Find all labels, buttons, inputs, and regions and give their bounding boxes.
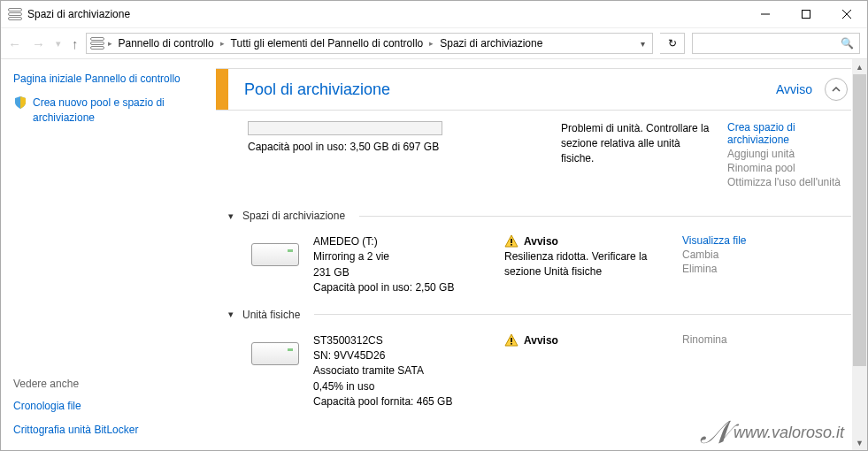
physical-drive-item: ST3500312CS SN: 9VV45D26 Associato trami… [216,326,851,417]
recent-dropdown[interactable]: ▾ [56,38,61,50]
scroll-thumb[interactable] [853,74,866,366]
warning-icon [504,234,518,248]
close-button[interactable] [826,1,867,27]
watermark: 𝒩www.valoroso.it [701,417,844,448]
action-change[interactable]: Cambia [682,248,780,261]
sidebar-link-filehistory[interactable]: Cronologia file [13,399,188,414]
sidebar-see-also: Vedere anche [13,378,188,390]
pool-usage-bar [248,121,442,135]
crumb-2[interactable]: Tutti gli elementi del Pannello di contr… [228,37,426,50]
action-rename-pool[interactable]: Rinomina pool [727,162,851,174]
status-stripe [216,69,228,110]
crumb-sep: ▸ [108,39,112,48]
space-size: 231 GB [313,265,490,280]
sidebar-link-create-pool[interactable]: Crea nuovo pool e spazio di archiviazion… [33,96,188,126]
crumb-1[interactable]: Pannello di controllo [116,37,217,50]
action-rename-drive[interactable]: Rinomina [682,333,780,346]
space-usage: Capacità pool in uso: 2,50 GB [313,280,490,295]
action-add-drive[interactable]: Aggiungi unità [727,148,851,160]
scroll-down[interactable]: ▼ [852,435,867,450]
drive-serial: SN: 9VV45D26 [313,348,490,363]
action-optimize[interactable]: Ottimizza l'uso dell'unità [727,176,851,188]
drive-status: Avviso [524,333,558,348]
vertical-scrollbar[interactable]: ▲ ▼ [852,59,867,450]
search-icon: 🔍 [841,37,854,50]
location-icon [90,37,104,50]
action-view-files[interactable]: Visualizza file [682,234,780,247]
pool-status: Avviso [776,82,825,96]
section-physical[interactable]: ▾ Unità fisiche [216,303,851,326]
maximize-button[interactable] [786,1,826,27]
svg-rect-5 [511,244,512,246]
shield-icon [13,96,27,110]
up-button[interactable]: ↑ [72,36,79,51]
drive-usage-pct: 0,45% in uso [313,379,490,394]
pool-title: Pool di archiviazione [228,80,776,99]
sidebar: Pagina iniziale Pannello di controllo Cr… [1,59,200,450]
nav-bar: ← → ▾ ↑ ▸ Pannello di controllo ▸ Tutti … [1,27,867,59]
svg-rect-4 [511,239,512,243]
svg-rect-1 [803,11,810,19]
drive-capacity: Capacità pool fornita: 465 GB [313,394,490,409]
action-delete[interactable]: Elimina [682,263,780,275]
chevron-down-icon: ▾ [228,309,234,320]
section-spaces-label: Spazi di archiviazione [242,210,345,222]
pool-problem-text: Problemi di unità. Controllare la sezion… [561,121,711,188]
collapse-button[interactable] [825,78,848,101]
scroll-up[interactable]: ▲ [852,59,867,74]
space-resiliency: Mirroring a 2 vie [313,249,490,264]
section-spaces[interactable]: ▾ Spazi di archiviazione [216,204,851,227]
refresh-button[interactable]: ↻ [660,33,685,54]
svg-rect-6 [511,338,512,342]
svg-rect-7 [511,343,512,345]
search-box[interactable]: 🔍 [692,33,860,54]
drive-icon [251,243,299,266]
space-status-detail: Resilienza ridotta. Verificare la sezion… [504,249,668,279]
warning-icon [504,333,518,348]
drive-model: ST3500312CS [313,333,490,348]
crumb-3[interactable]: Spazi di archiviazione [437,37,545,50]
drive-connection: Associato tramite SATA [313,363,490,378]
window-title: Spazi di archiviazione [27,8,745,20]
chevron-down-icon: ▾ [228,210,234,222]
action-create-space[interactable]: Crea spazio di archiviazione [727,121,851,146]
pool-header: Pool di archiviazione Avviso [216,68,851,111]
pool-capacity-text: Capacità pool in uso: 3,50 GB di 697 GB [248,141,545,153]
app-icon [8,8,22,20]
title-bar: Spazi di archiviazione [1,1,867,27]
space-status: Avviso [524,234,558,249]
address-bar[interactable]: ▸ Pannello di controllo ▸ Tutti gli elem… [86,33,654,54]
section-physical-label: Unità fisiche [242,309,300,321]
back-button[interactable]: ← [8,36,21,51]
space-item: AMEDEO (T:) Mirroring a 2 vie 231 GB Cap… [216,227,851,303]
space-name: AMEDEO (T:) [313,234,490,249]
minimize-button[interactable] [745,1,786,27]
forward-button[interactable]: → [32,36,45,51]
main-content: Pool di archiviazione Avviso Capacità po… [200,59,867,450]
sidebar-link-home[interactable]: Pagina iniziale Pannello di controllo [13,72,188,87]
drive-icon [251,342,299,365]
sidebar-link-bitlocker[interactable]: Crittografia unità BitLocker [13,423,188,438]
address-dropdown[interactable]: ▾ [637,39,649,49]
